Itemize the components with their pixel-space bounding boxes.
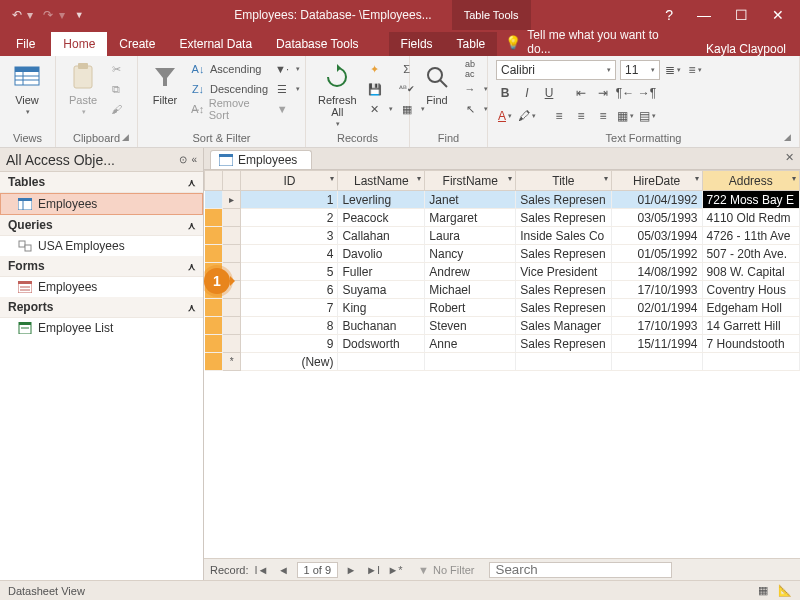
align-left-icon[interactable]: ≡ xyxy=(550,107,568,125)
replace-button[interactable]: abac xyxy=(462,60,488,78)
table-row[interactable]: 8 Buchanan Steven Sales Manager 17/10/19… xyxy=(205,317,800,335)
textfmt-dialog-launcher[interactable]: ◢ xyxy=(784,132,791,142)
font-selector[interactable]: Calibri▾ xyxy=(496,60,616,80)
qat-customize-icon[interactable]: ▼ xyxy=(75,10,84,20)
alt-row-color-icon[interactable]: ▤▾ xyxy=(638,107,656,125)
col-header-id[interactable]: ID▾ xyxy=(241,171,338,191)
nav-collapse-icon[interactable]: « xyxy=(191,154,197,165)
minimize-icon[interactable]: — xyxy=(697,7,711,23)
align-center-icon[interactable]: ≡ xyxy=(572,107,590,125)
help-icon[interactable]: ? xyxy=(665,7,673,23)
table-row-new[interactable]: *(New) xyxy=(205,353,800,371)
font-color-button[interactable]: A▾ xyxy=(496,107,514,125)
tab-database-tools[interactable]: Database Tools xyxy=(264,32,371,56)
tell-me-search[interactable]: 💡 Tell me what you want to do... xyxy=(497,28,692,56)
clipboard-dialog-launcher[interactable]: ◢ xyxy=(122,132,129,142)
record-prev-icon[interactable]: ◄ xyxy=(275,564,293,576)
table-row[interactable]: 9 Dodsworth Anne Sales Represen 15/11/19… xyxy=(205,335,800,353)
nav-section-tables[interactable]: Tables⋏ xyxy=(0,172,203,193)
find-button[interactable]: Find xyxy=(418,60,456,108)
tab-table[interactable]: Table xyxy=(445,32,498,56)
italic-button[interactable]: I xyxy=(518,84,536,102)
record-new-icon[interactable]: ►* xyxy=(386,564,404,576)
table-row[interactable]: 4 Davolio Nancy Sales Represen 01/05/199… xyxy=(205,245,800,263)
tab-external-data[interactable]: External Data xyxy=(167,32,264,56)
goto-button[interactable]: →▾ xyxy=(462,80,488,98)
col-header-address[interactable]: Address▾ xyxy=(702,171,799,191)
view-button[interactable]: View ▾ xyxy=(8,60,46,118)
font-size-selector[interactable]: 11▾ xyxy=(620,60,660,80)
select-all-corner[interactable] xyxy=(223,171,241,191)
filter-button[interactable]: Filter xyxy=(146,60,184,108)
close-icon[interactable]: ✕ xyxy=(772,7,784,23)
tab-file[interactable]: File xyxy=(0,32,51,56)
numbering-icon[interactable]: ≡▾ xyxy=(686,61,704,79)
refresh-all-button[interactable]: Refresh All ▾ xyxy=(314,60,361,130)
nav-item-table-employees[interactable]: Employees xyxy=(0,193,203,215)
record-position[interactable]: 1 of 9 xyxy=(297,562,339,578)
col-header-lastname[interactable]: LastName▾ xyxy=(338,171,425,191)
indent-decrease-icon[interactable]: ⇤ xyxy=(572,84,590,102)
datasheet-view-icon[interactable]: ▦ xyxy=(758,584,768,597)
bold-button[interactable]: B xyxy=(496,84,514,102)
descending-button[interactable]: Z↓Descending xyxy=(190,80,268,98)
undo-icon[interactable]: ↶ ▾ xyxy=(12,8,33,22)
nav-pane-title[interactable]: All Access Obje... xyxy=(6,152,115,168)
record-last-icon[interactable]: ►I xyxy=(364,564,382,576)
bullets-icon[interactable]: ≣▾ xyxy=(664,61,682,79)
nav-item-query-usa[interactable]: USA Employees xyxy=(0,236,203,256)
record-first-icon[interactable]: I◄ xyxy=(253,564,271,576)
fill-color-button[interactable]: 🖍▾ xyxy=(518,107,536,125)
nav-dropdown-icon[interactable]: ⊙ xyxy=(179,154,187,165)
record-next-icon[interactable]: ► xyxy=(342,564,360,576)
nav-item-form-employees[interactable]: Employees xyxy=(0,277,203,297)
record-navigator: Record: I◄ ◄ 1 of 9 ► ►I ►* ▼ No Filter xyxy=(204,558,800,580)
gridlines-icon[interactable]: ▦▾ xyxy=(616,107,634,125)
redo-icon[interactable]: ↷ ▾ xyxy=(43,8,64,22)
col-header-hiredate[interactable]: HireDate▾ xyxy=(611,171,702,191)
selection-filter-button[interactable]: ▼·▾ xyxy=(274,60,300,78)
col-header-firstname[interactable]: FirstName▾ xyxy=(425,171,516,191)
table-row[interactable]: 5 Fuller Andrew Vice President 14/08/199… xyxy=(205,263,800,281)
nav-section-reports[interactable]: Reports⋏ xyxy=(0,297,203,318)
nav-section-forms[interactable]: Forms⋏ xyxy=(0,256,203,277)
document-close-icon[interactable]: ✕ xyxy=(785,151,794,164)
remove-sort-button[interactable]: A̶↕Remove Sort xyxy=(190,100,268,118)
ascending-button[interactable]: A↓Ascending xyxy=(190,60,268,78)
filter-indicator-icon[interactable]: ▼ xyxy=(418,564,429,576)
ltr-icon[interactable]: →¶ xyxy=(638,84,656,102)
format-painter-button[interactable]: 🖌 xyxy=(108,100,124,118)
document-tab-employees[interactable]: Employees xyxy=(210,150,312,169)
tab-home[interactable]: Home xyxy=(51,32,107,56)
table-row[interactable]: 7 King Robert Sales Represen 02/01/1994 … xyxy=(205,299,800,317)
advanced-filter-button[interactable]: ☰▾ xyxy=(274,80,300,98)
new-record-button[interactable]: ✦ xyxy=(367,60,393,78)
tab-create[interactable]: Create xyxy=(107,32,167,56)
table-row[interactable]: 3 Callahan Laura Inside Sales Co 05/03/1… xyxy=(205,227,800,245)
copy-button[interactable]: ⧉ xyxy=(108,80,124,98)
datasheet-grid[interactable]: ID▾ LastName▾ FirstName▾ Title▾ HireDate… xyxy=(204,170,800,371)
table-row[interactable]: ▸ 1 Leverling Janet Sales Represen 01/04… xyxy=(205,191,800,209)
col-header-title[interactable]: Title▾ xyxy=(516,171,611,191)
save-record-button[interactable]: 💾 xyxy=(367,80,393,98)
tab-fields[interactable]: Fields xyxy=(389,32,445,56)
indent-increase-icon[interactable]: ⇥ xyxy=(594,84,612,102)
maximize-icon[interactable]: ☐ xyxy=(735,7,748,23)
record-search-input[interactable] xyxy=(489,562,672,578)
table-row[interactable]: 2 Peacock Margaret Sales Represen 03/05/… xyxy=(205,209,800,227)
group-clipboard-label: Clipboard xyxy=(73,132,120,144)
user-name[interactable]: Kayla Claypool xyxy=(692,42,800,56)
table-row[interactable]: 6 Suyama Michael Sales Represen 17/10/19… xyxy=(205,281,800,299)
nav-section-queries[interactable]: Queries⋏ xyxy=(0,215,203,236)
design-view-icon[interactable]: 📐 xyxy=(778,584,792,597)
nav-item-report-list[interactable]: Employee List xyxy=(0,318,203,338)
row-selector-header[interactable] xyxy=(205,171,223,191)
cut-button[interactable]: ✂ xyxy=(108,60,124,78)
toggle-filter-button[interactable]: ▼ xyxy=(274,100,300,118)
align-right-icon[interactable]: ≡ xyxy=(594,107,612,125)
paste-button[interactable]: Paste ▾ xyxy=(64,60,102,118)
select-button[interactable]: ↖▾ xyxy=(462,100,488,118)
delete-record-button[interactable]: ✕▾ xyxy=(367,100,393,118)
underline-button[interactable]: U xyxy=(540,84,558,102)
rtl-icon[interactable]: ¶← xyxy=(616,84,634,102)
